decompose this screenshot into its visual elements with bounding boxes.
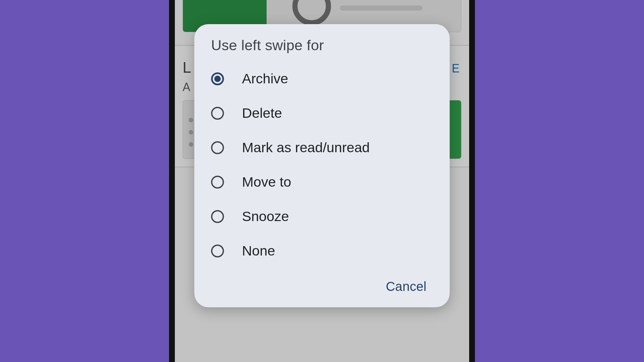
option-archive[interactable]: Archive: [211, 61, 433, 96]
option-move-to[interactable]: Move to: [211, 165, 433, 199]
dialog-options: Archive Delete Mark as read/unread Move …: [211, 61, 433, 268]
radio-selected-icon: [211, 72, 224, 85]
radio-unselected-icon: [211, 245, 224, 257]
option-label: Archive: [242, 71, 288, 87]
option-mark-read[interactable]: Mark as read/unread: [211, 130, 433, 165]
radio-unselected-icon: [211, 210, 224, 223]
cancel-button[interactable]: Cancel: [386, 279, 426, 294]
option-none[interactable]: None: [211, 234, 433, 268]
option-snooze[interactable]: Snooze: [211, 199, 433, 234]
option-label: Delete: [242, 105, 282, 121]
phone-screen: L A E Use left swipe for Archive: [175, 0, 469, 362]
radio-unselected-icon: [211, 141, 224, 154]
dialog-actions: Cancel: [386, 279, 426, 294]
option-label: Move to: [242, 174, 291, 190]
option-label: Mark as read/unread: [242, 140, 370, 155]
phone-frame: L A E Use left swipe for Archive: [169, 0, 475, 362]
option-label: Snooze: [242, 209, 289, 224]
radio-unselected-icon: [211, 107, 224, 120]
radio-unselected-icon: [211, 176, 224, 189]
dialog-title: Use left swipe for: [211, 37, 433, 54]
option-label: None: [242, 243, 275, 259]
option-delete[interactable]: Delete: [211, 96, 433, 130]
swipe-action-dialog: Use left swipe for Archive Delete Mark a…: [194, 24, 450, 307]
